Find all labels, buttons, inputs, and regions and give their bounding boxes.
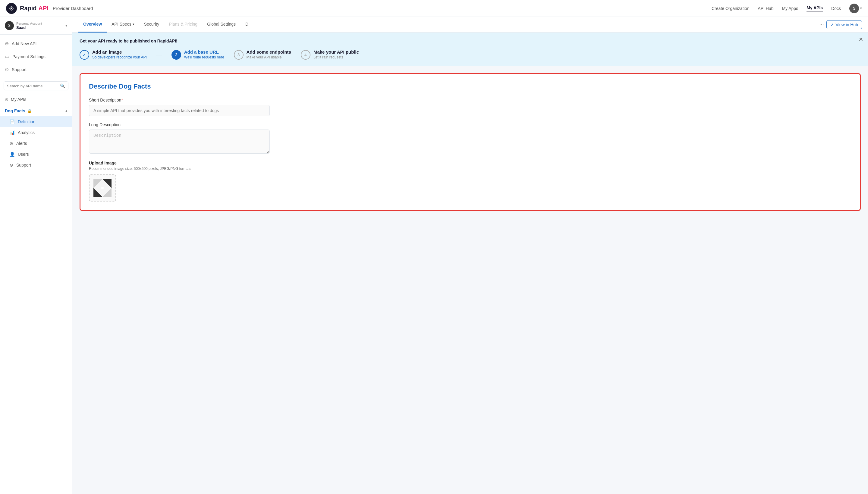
banner-step-3: 3 Add some endpoints Make your API usabl…: [234, 50, 291, 60]
short-description-input[interactable]: [89, 105, 270, 116]
step-1-label: Add an image: [92, 50, 147, 55]
top-nav-links: Create Organization API Hub My Apps My A…: [712, 4, 862, 13]
svg-point-7: [101, 187, 104, 189]
credit-card-icon: ▭: [5, 54, 10, 59]
provider-dashboard-label: Provider Dashboard: [53, 6, 93, 11]
long-description-group: Long Description: [89, 122, 851, 154]
logo-icon: [6, 3, 17, 14]
sidebar-sub-users[interactable]: 👤 Users: [0, 149, 72, 160]
sidebar-sub-support[interactable]: ⊙ Support: [0, 160, 72, 170]
view-in-hub-button[interactable]: ↗ View in Hub: [826, 20, 862, 29]
step-3-sub: Make your API usable: [246, 55, 291, 59]
content-area: Describe Dog Facts Short Description* Lo…: [72, 66, 868, 218]
step-2-content: Add a base URL We'll route requests here: [184, 50, 224, 59]
users-label: Users: [18, 152, 29, 157]
chevron-down-icon: ▾: [860, 6, 862, 10]
tab-security[interactable]: Security: [139, 17, 164, 33]
logo-rapid: Rapid: [20, 5, 37, 12]
upload-image-label: Upload Image: [89, 160, 851, 165]
short-description-group: Short Description*: [89, 98, 851, 116]
tab-api-specs[interactable]: API Specs ▾: [107, 17, 139, 33]
user-avatar[interactable]: S: [849, 4, 859, 13]
sidebar-api-dog-facts[interactable]: Dog Facts 🔒 ▴: [0, 106, 72, 116]
account-info: Personal Account Saad: [16, 22, 63, 30]
upload-image-box[interactable]: [89, 174, 116, 202]
sidebar-main-items: ⊕ Add New API ▭ Payment Settings ⊙ Suppo…: [0, 35, 72, 78]
required-marker: *: [121, 98, 123, 102]
sub-nav: Overview API Specs ▾ Security Plans & Pr…: [72, 17, 868, 33]
upload-placeholder-image: [93, 179, 112, 197]
nav-api-hub[interactable]: API Hub: [758, 6, 773, 11]
alerts-label: Alerts: [16, 141, 27, 146]
sidebar-item-payment[interactable]: ▭ Payment Settings: [0, 50, 72, 63]
banner-step-2: 2 Add a base URL We'll route requests he…: [171, 50, 224, 60]
long-description-input[interactable]: [89, 130, 270, 154]
more-options-icon[interactable]: ···: [817, 21, 826, 28]
sidebar-sub-alerts[interactable]: ⊙ Alerts: [0, 138, 72, 149]
tab-d[interactable]: D: [241, 17, 253, 33]
tab-overview[interactable]: Overview: [78, 17, 107, 33]
lock-icon: 🔒: [27, 109, 32, 113]
sidebar-sub-analytics[interactable]: 📊 Analytics: [0, 127, 72, 138]
nav-my-apis[interactable]: My APIs: [807, 5, 823, 12]
sidebar-sub-definition[interactable]: 📄 Definition: [0, 116, 72, 127]
api-specs-chevron-icon: ▾: [133, 22, 134, 26]
api-search-bar[interactable]: 🔍: [4, 81, 69, 90]
logo-text: RapidAPI: [20, 5, 49, 12]
definition-label: Definition: [18, 119, 35, 124]
card-title: Describe Dog Facts: [89, 82, 851, 90]
account-avatar: S: [5, 21, 14, 30]
account-name: Saad: [16, 25, 63, 30]
top-nav: RapidAPI Provider Dashboard Create Organ…: [0, 0, 868, 17]
sidebar-item-support[interactable]: ⊙ Support: [0, 63, 72, 76]
sub-support-label: Support: [16, 163, 31, 168]
nav-docs[interactable]: Docs: [831, 6, 841, 11]
banner-step-1: ✓ Add an image So developers recognize y…: [79, 50, 147, 60]
my-apis-icon: ⊙: [5, 97, 8, 102]
search-input[interactable]: [7, 84, 60, 88]
account-type: Personal Account: [16, 22, 63, 25]
step-2-circle: 2: [171, 50, 181, 60]
logo-api: API: [39, 5, 49, 12]
sidebar-item-my-apis[interactable]: ⊙ My APIs: [0, 93, 72, 106]
long-description-label: Long Description: [89, 122, 851, 127]
sidebar-item-add-api[interactable]: ⊕ Add New API: [0, 37, 72, 50]
step-1-content: Add an image So developers recognize you…: [92, 50, 147, 59]
upload-image-hint: Recommended image size: 500x500 pixels, …: [89, 167, 851, 171]
sidebar: S Personal Account Saad ▾ ⊕ Add New API …: [0, 17, 72, 494]
account-chevron-icon: ▾: [66, 23, 67, 28]
step-2-sub: We'll route requests here: [184, 55, 224, 59]
nav-create-org[interactable]: Create Organization: [712, 6, 749, 11]
banner-close-button[interactable]: ✕: [858, 36, 863, 43]
users-icon: 👤: [10, 152, 15, 157]
tab-global-settings[interactable]: Global Settings: [202, 17, 241, 33]
file-icon: 📄: [10, 119, 15, 124]
nav-my-apps[interactable]: My Apps: [782, 6, 798, 11]
step-3-label: Add some endpoints: [246, 50, 291, 55]
plus-icon: ⊕: [5, 41, 9, 46]
banner-title: Get your API ready to be published on Ra…: [79, 39, 861, 43]
support-icon: ⊙: [5, 66, 9, 72]
step-4-sub: Let it rain requests: [313, 55, 359, 59]
user-avatar-wrapper[interactable]: S ▾: [849, 4, 862, 13]
page-layout: S Personal Account Saad ▾ ⊕ Add New API …: [0, 17, 868, 494]
search-icon[interactable]: 🔍: [60, 83, 65, 88]
logo-area: RapidAPI Provider Dashboard: [6, 3, 93, 14]
tab-plans-pricing: Plans & Pricing: [164, 17, 202, 33]
short-description-label: Short Description*: [89, 98, 851, 102]
chevron-up-icon: ▴: [66, 109, 67, 113]
payment-settings-label: Payment Settings: [12, 54, 45, 59]
upload-image-section: Upload Image Recommended image size: 500…: [89, 160, 851, 202]
svg-point-1: [11, 7, 12, 10]
add-new-api-label: Add New API: [12, 41, 37, 46]
step-2-label: Add a base URL: [184, 50, 224, 55]
analytics-icon: 📊: [10, 130, 15, 135]
account-selector[interactable]: S Personal Account Saad ▾: [0, 17, 72, 35]
step-3-content: Add some endpoints Make your API usable: [246, 50, 291, 59]
dog-facts-label: Dog Facts: [5, 109, 25, 113]
banner-steps: ✓ Add an image So developers recognize y…: [79, 50, 861, 60]
step-3-circle: 3: [234, 50, 243, 60]
describe-api-card: Describe Dog Facts Short Description* Lo…: [79, 73, 861, 211]
alerts-icon: ⊙: [10, 141, 13, 146]
banner-step-4: 4 Make your API public Let it rain reque…: [301, 50, 359, 60]
